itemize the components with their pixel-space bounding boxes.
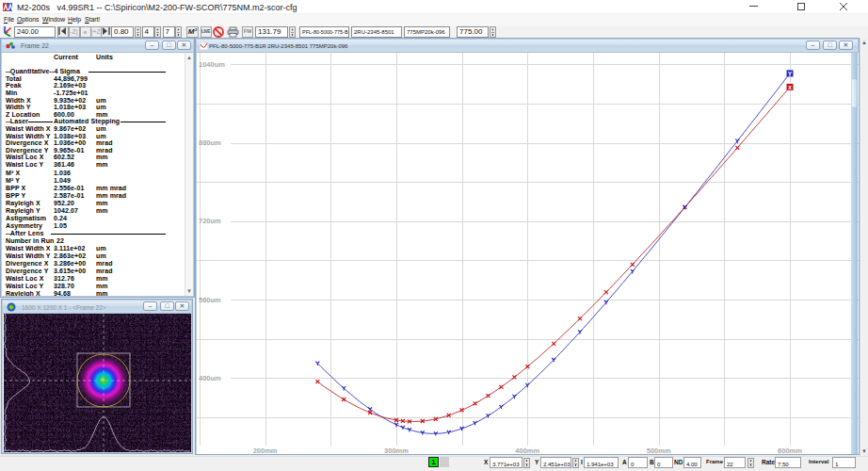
svg-text:720um: 720um [199, 217, 221, 225]
svg-text:400um: 400um [199, 374, 221, 382]
svg-text:400mm: 400mm [515, 447, 539, 454]
svg-text:500mm: 500mm [647, 447, 671, 454]
svg-text:Y: Y [788, 71, 793, 77]
svg-text:600mm: 600mm [778, 447, 802, 454]
svg-text:x: x [788, 84, 792, 90]
svg-text:560um: 560um [199, 296, 221, 304]
svg-text:200mm: 200mm [253, 447, 278, 454]
svg-text:300mm: 300mm [384, 447, 409, 454]
svg-text:1040um: 1040um [199, 60, 225, 69]
svg-text:880um: 880um [199, 138, 221, 147]
